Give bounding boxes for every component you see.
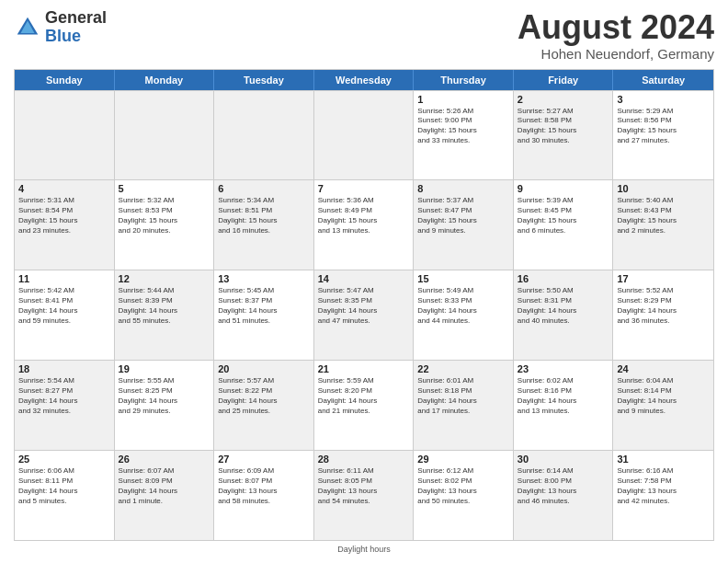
calendar-cell: 13Sunrise: 5:45 AM Sunset: 8:37 PM Dayli… (214, 270, 314, 360)
day-number: 1 (417, 94, 509, 105)
cell-text: Sunrise: 5:26 AM Sunset: 9:00 PM Dayligh… (417, 107, 509, 146)
calendar-cell: 11Sunrise: 5:42 AM Sunset: 8:41 PM Dayli… (15, 270, 115, 360)
calendar-cell: 6Sunrise: 5:34 AM Sunset: 8:51 PM Daylig… (214, 180, 314, 270)
cell-text: Sunrise: 5:59 AM Sunset: 8:20 PM Dayligh… (318, 376, 410, 416)
day-number: 17 (617, 273, 710, 284)
calendar-cell: 16Sunrise: 5:50 AM Sunset: 8:31 PM Dayli… (514, 270, 614, 360)
cell-text: Sunrise: 6:09 AM Sunset: 8:07 PM Dayligh… (218, 466, 310, 506)
day-number: 5 (119, 183, 210, 194)
calendar-cell: 3Sunrise: 5:29 AM Sunset: 8:56 PM Daylig… (613, 91, 713, 180)
day-number: 19 (119, 363, 210, 374)
calendar-cell: 9Sunrise: 5:39 AM Sunset: 8:45 PM Daylig… (514, 180, 614, 270)
cell-text: Sunrise: 5:32 AM Sunset: 8:53 PM Dayligh… (119, 196, 210, 236)
calendar-cell: 22Sunrise: 6:01 AM Sunset: 8:18 PM Dayli… (414, 361, 514, 450)
title-block: August 2024 Hohen Neuendorf, Germany (518, 9, 714, 62)
day-number: 2 (518, 94, 609, 105)
calendar-cell: 5Sunrise: 5:32 AM Sunset: 8:53 PM Daylig… (115, 180, 215, 270)
cell-text: Sunrise: 5:31 AM Sunset: 8:54 PM Dayligh… (18, 196, 110, 236)
day-number: 11 (18, 273, 110, 284)
cell-text: Sunrise: 6:07 AM Sunset: 8:09 PM Dayligh… (119, 466, 210, 506)
day-number: 15 (417, 273, 509, 284)
logo-blue-text: Blue (45, 28, 107, 46)
day-number: 14 (318, 273, 410, 284)
calendar: SundayMondayTuesdayWednesdayThursdayFrid… (14, 69, 714, 541)
cell-text: Sunrise: 5:57 AM Sunset: 8:22 PM Dayligh… (218, 376, 310, 416)
logo-icon (14, 14, 41, 41)
day-number: 8 (417, 183, 509, 194)
footer-note: Daylight hours (14, 545, 714, 554)
day-number: 22 (417, 363, 509, 374)
cell-text: Sunrise: 6:14 AM Sunset: 8:00 PM Dayligh… (518, 466, 609, 506)
calendar-header-cell: Sunday (15, 70, 115, 90)
calendar-header-cell: Friday (514, 70, 614, 90)
calendar-cell: 10Sunrise: 5:40 AM Sunset: 8:43 PM Dayli… (613, 180, 713, 270)
day-number: 25 (18, 454, 110, 465)
calendar-cell: 23Sunrise: 6:02 AM Sunset: 8:16 PM Dayli… (514, 361, 614, 450)
cell-text: Sunrise: 6:12 AM Sunset: 8:02 PM Dayligh… (417, 466, 509, 506)
cell-text: Sunrise: 5:34 AM Sunset: 8:51 PM Dayligh… (218, 196, 310, 236)
cell-text: Sunrise: 5:40 AM Sunset: 8:43 PM Dayligh… (617, 196, 710, 236)
day-number: 27 (218, 454, 310, 465)
day-number: 9 (518, 183, 609, 194)
calendar-cell: 27Sunrise: 6:09 AM Sunset: 8:07 PM Dayli… (214, 451, 314, 540)
calendar-cell: 2Sunrise: 5:27 AM Sunset: 8:58 PM Daylig… (514, 91, 614, 180)
cell-text: Sunrise: 5:47 AM Sunset: 8:35 PM Dayligh… (318, 286, 410, 326)
calendar-cell: 26Sunrise: 6:07 AM Sunset: 8:09 PM Dayli… (115, 451, 215, 540)
cell-text: Sunrise: 6:11 AM Sunset: 8:05 PM Dayligh… (318, 466, 410, 506)
cell-text: Sunrise: 6:16 AM Sunset: 7:58 PM Dayligh… (617, 466, 710, 506)
day-number: 4 (18, 183, 110, 194)
calendar-cell: 12Sunrise: 5:44 AM Sunset: 8:39 PM Dayli… (115, 270, 215, 360)
logo: General Blue (14, 9, 107, 46)
cell-text: Sunrise: 5:42 AM Sunset: 8:41 PM Dayligh… (18, 286, 110, 326)
day-number: 18 (18, 363, 110, 374)
day-number: 16 (518, 273, 609, 284)
calendar-row: 25Sunrise: 6:06 AM Sunset: 8:11 PM Dayli… (15, 450, 713, 540)
cell-text: Sunrise: 5:37 AM Sunset: 8:47 PM Dayligh… (417, 196, 509, 236)
calendar-cell: 18Sunrise: 5:54 AM Sunset: 8:27 PM Dayli… (15, 361, 115, 450)
cell-text: Sunrise: 6:01 AM Sunset: 8:18 PM Dayligh… (417, 376, 509, 416)
calendar-cell: 31Sunrise: 6:16 AM Sunset: 7:58 PM Dayli… (613, 451, 713, 540)
cell-text: Sunrise: 5:49 AM Sunset: 8:33 PM Dayligh… (417, 286, 509, 326)
calendar-cell: 15Sunrise: 5:49 AM Sunset: 8:33 PM Dayli… (414, 270, 514, 360)
day-number: 28 (318, 454, 410, 465)
calendar-cell: 17Sunrise: 5:52 AM Sunset: 8:29 PM Dayli… (613, 270, 713, 360)
day-number: 10 (617, 183, 710, 194)
calendar-cell: 7Sunrise: 5:36 AM Sunset: 8:49 PM Daylig… (314, 180, 415, 270)
calendar-cell: 24Sunrise: 6:04 AM Sunset: 8:14 PM Dayli… (613, 361, 713, 450)
day-number: 12 (119, 273, 210, 284)
cell-text: Sunrise: 5:54 AM Sunset: 8:27 PM Dayligh… (18, 376, 110, 416)
calendar-cell: 29Sunrise: 6:12 AM Sunset: 8:02 PM Dayli… (414, 451, 514, 540)
calendar-cell (15, 91, 115, 180)
cell-text: Sunrise: 5:50 AM Sunset: 8:31 PM Dayligh… (518, 286, 609, 326)
title-month: August 2024 (518, 9, 714, 46)
logo-text: General Blue (45, 9, 107, 46)
calendar-row: 1Sunrise: 5:26 AM Sunset: 9:00 PM Daylig… (15, 90, 713, 180)
calendar-header-cell: Saturday (613, 70, 713, 90)
calendar-cell: 8Sunrise: 5:37 AM Sunset: 8:47 PM Daylig… (414, 180, 514, 270)
cell-text: Sunrise: 5:39 AM Sunset: 8:45 PM Dayligh… (518, 196, 609, 236)
cell-text: Sunrise: 6:04 AM Sunset: 8:14 PM Dayligh… (617, 376, 710, 416)
cell-text: Sunrise: 5:27 AM Sunset: 8:58 PM Dayligh… (518, 107, 609, 146)
cell-text: Sunrise: 5:36 AM Sunset: 8:49 PM Dayligh… (318, 196, 410, 236)
cell-text: Sunrise: 6:06 AM Sunset: 8:11 PM Dayligh… (18, 466, 110, 506)
cell-text: Sunrise: 5:52 AM Sunset: 8:29 PM Dayligh… (617, 286, 710, 326)
day-number: 3 (617, 94, 710, 105)
calendar-cell: 30Sunrise: 6:14 AM Sunset: 8:00 PM Dayli… (514, 451, 614, 540)
day-number: 20 (218, 363, 310, 374)
logo-general-text: General (45, 9, 107, 28)
title-location: Hohen Neuendorf, Germany (518, 46, 714, 62)
cell-text: Sunrise: 6:02 AM Sunset: 8:16 PM Dayligh… (518, 376, 609, 416)
calendar-cell: 25Sunrise: 6:06 AM Sunset: 8:11 PM Dayli… (15, 451, 115, 540)
calendar-cell (115, 91, 215, 180)
cell-text: Sunrise: 5:45 AM Sunset: 8:37 PM Dayligh… (218, 286, 310, 326)
day-number: 7 (318, 183, 410, 194)
day-number: 13 (218, 273, 310, 284)
day-number: 26 (119, 454, 210, 465)
calendar-header: SundayMondayTuesdayWednesdayThursdayFrid… (15, 70, 713, 90)
calendar-row: 11Sunrise: 5:42 AM Sunset: 8:41 PM Dayli… (15, 270, 713, 360)
day-number: 6 (218, 183, 310, 194)
calendar-body: 1Sunrise: 5:26 AM Sunset: 9:00 PM Daylig… (15, 90, 713, 540)
cell-text: Sunrise: 5:44 AM Sunset: 8:39 PM Dayligh… (119, 286, 210, 326)
page: General Blue August 2024 Hohen Neuendorf… (0, 0, 728, 563)
calendar-row: 4Sunrise: 5:31 AM Sunset: 8:54 PM Daylig… (15, 179, 713, 270)
